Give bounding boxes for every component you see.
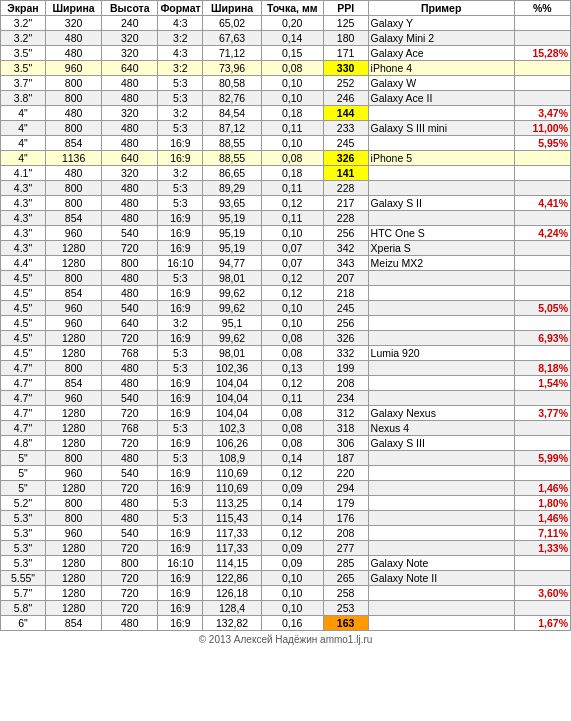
cell-mm-dot: 0,12 [261, 526, 323, 541]
cell-ppi: 207 [323, 271, 368, 286]
col-width: Ширина [45, 1, 101, 16]
cell-height: 540 [102, 301, 158, 316]
cell-mm-width: 67,63 [203, 31, 261, 46]
cell-mm-dot: 0,10 [261, 316, 323, 331]
cell-mm-width: 102,36 [203, 361, 261, 376]
table-row: 5.3"8004805:3115,430,141761,46% [1, 511, 571, 526]
table-row: 4.4"128080016:1094,770,07343Meizu MX2 [1, 256, 571, 271]
cell-height: 320 [102, 46, 158, 61]
cell-screen: 4.7" [1, 391, 46, 406]
cell-format: 16:9 [158, 616, 203, 631]
cell-width: 800 [45, 196, 101, 211]
table-row: 3.7"8004805:380,580,10252Galaxy W [1, 76, 571, 91]
cell-pct [514, 76, 570, 91]
cell-width: 1280 [45, 586, 101, 601]
cell-ppi: 332 [323, 346, 368, 361]
cell-ppi: 179 [323, 496, 368, 511]
cell-height: 720 [102, 481, 158, 496]
cell-ppi: 234 [323, 391, 368, 406]
cell-screen: 5.3" [1, 511, 46, 526]
cell-pct [514, 391, 570, 406]
cell-width: 1280 [45, 481, 101, 496]
cell-width: 1280 [45, 436, 101, 451]
cell-pct [514, 436, 570, 451]
cell-width: 800 [45, 91, 101, 106]
cell-mm-width: 89,29 [203, 181, 261, 196]
cell-width: 854 [45, 211, 101, 226]
cell-mm-dot: 0,18 [261, 106, 323, 121]
cell-ppi: 245 [323, 301, 368, 316]
cell-screen: 4" [1, 121, 46, 136]
cell-mm-width: 114,15 [203, 556, 261, 571]
table-row: 5.7"128072016:9126,180,102583,60% [1, 586, 571, 601]
cell-mm-width: 126,18 [203, 586, 261, 601]
cell-ppi: 253 [323, 601, 368, 616]
cell-device [368, 331, 514, 346]
cell-format: 16:9 [158, 286, 203, 301]
cell-device [368, 541, 514, 556]
cell-pct: 5,99% [514, 451, 570, 466]
cell-screen: 4.7" [1, 361, 46, 376]
cell-mm-width: 98,01 [203, 346, 261, 361]
cell-ppi: 326 [323, 151, 368, 166]
cell-format: 16:9 [158, 391, 203, 406]
table-row: 4.3"8004805:389,290,11228 [1, 181, 571, 196]
cell-mm-dot: 0,10 [261, 301, 323, 316]
cell-device: Galaxy Y [368, 16, 514, 31]
cell-mm-dot: 0,07 [261, 256, 323, 271]
cell-ppi: 180 [323, 31, 368, 46]
cell-format: 16:9 [158, 541, 203, 556]
cell-screen: 4" [1, 151, 46, 166]
cell-pct [514, 421, 570, 436]
col-device: Пример [368, 1, 514, 16]
cell-pct [514, 271, 570, 286]
col-pct: %% [514, 1, 570, 16]
cell-mm-dot: 0,20 [261, 16, 323, 31]
cell-device [368, 361, 514, 376]
cell-device [368, 271, 514, 286]
cell-format: 16:9 [158, 466, 203, 481]
cell-pct [514, 16, 570, 31]
cell-ppi: 258 [323, 586, 368, 601]
cell-device [368, 166, 514, 181]
cell-mm-dot: 0,08 [261, 346, 323, 361]
cell-mm-width: 104,04 [203, 391, 261, 406]
cell-width: 320 [45, 16, 101, 31]
cell-screen: 5.55" [1, 571, 46, 586]
cell-width: 800 [45, 496, 101, 511]
cell-ppi: 306 [323, 436, 368, 451]
cell-mm-width: 108,9 [203, 451, 261, 466]
cell-width: 800 [45, 361, 101, 376]
table-row: 4.3"8004805:393,650,12217Galaxy S II4,41… [1, 196, 571, 211]
cell-device [368, 466, 514, 481]
table-row: 5.2"8004805:3113,250,141791,80% [1, 496, 571, 511]
cell-pct [514, 31, 570, 46]
cell-pct: 1,67% [514, 616, 570, 631]
cell-ppi: 312 [323, 406, 368, 421]
cell-ppi: 326 [323, 331, 368, 346]
cell-device [368, 136, 514, 151]
cell-device: iPhone 4 [368, 61, 514, 76]
cell-width: 960 [45, 466, 101, 481]
cell-mm-width: 99,62 [203, 301, 261, 316]
cell-format: 16:9 [158, 301, 203, 316]
cell-screen: 4.5" [1, 286, 46, 301]
cell-mm-dot: 0,08 [261, 406, 323, 421]
cell-device [368, 301, 514, 316]
cell-mm-width: 88,55 [203, 151, 261, 166]
cell-format: 5:3 [158, 421, 203, 436]
cell-device [368, 586, 514, 601]
cell-screen: 6" [1, 616, 46, 631]
cell-height: 640 [102, 61, 158, 76]
cell-pct [514, 466, 570, 481]
cell-ppi: 144 [323, 106, 368, 121]
cell-pct: 1,80% [514, 496, 570, 511]
cell-height: 540 [102, 391, 158, 406]
cell-format: 5:3 [158, 181, 203, 196]
cell-height: 320 [102, 31, 158, 46]
table-row: 4"85448016:988,550,102455,95% [1, 136, 571, 151]
cell-mm-width: 113,25 [203, 496, 261, 511]
cell-pct: 1,46% [514, 511, 570, 526]
cell-ppi: 246 [323, 91, 368, 106]
cell-mm-dot: 0,10 [261, 91, 323, 106]
